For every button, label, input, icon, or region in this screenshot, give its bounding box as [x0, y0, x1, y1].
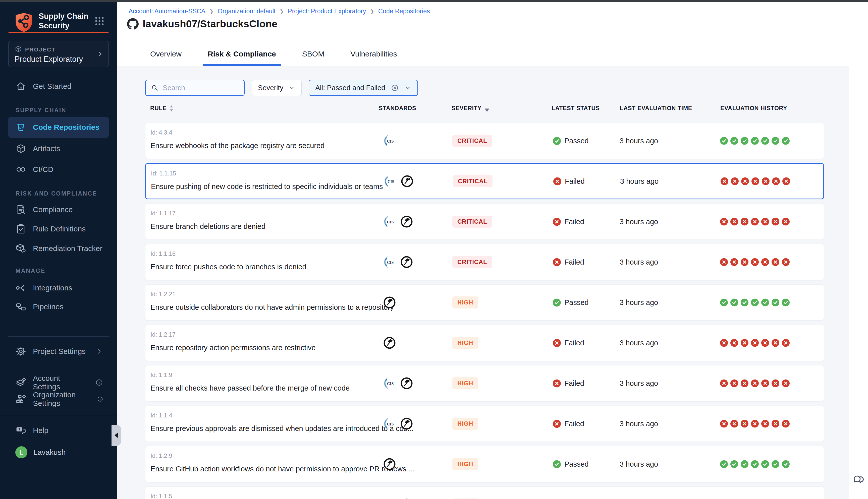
passed-status-icon: [553, 137, 561, 145]
severity-filter[interactable]: Severity: [252, 80, 302, 96]
severity-badge: HIGH: [452, 418, 478, 430]
standards-cell: [383, 336, 396, 349]
cis-standard-icon: CIS: [383, 498, 396, 499]
severity-badge: CRITICAL: [452, 135, 492, 147]
search-input[interactable]: [163, 84, 233, 92]
info-icon[interactable]: [97, 395, 103, 403]
pipelines-icon: [15, 301, 26, 312]
collapse-arrow-icon: [114, 433, 118, 438]
right-gutter: [849, 66, 868, 499]
severity-filter-label: Severity: [258, 84, 283, 92]
tab-sbom[interactable]: SBOM: [297, 50, 329, 66]
app-grid-icon[interactable]: [94, 15, 105, 27]
status-label: Failed: [564, 258, 584, 266]
fail-x-icon: [782, 339, 789, 347]
breadcrumb-link[interactable]: Organization: default: [217, 8, 276, 15]
latest-status-cell: Failed: [553, 420, 584, 428]
sidebar-item-organization-settings[interactable]: Organization Settings: [8, 391, 109, 407]
table-row[interactable]: Id: 1.1.17Ensure branch deletions are de…: [145, 204, 824, 240]
sidebar-item-label: CI/CD: [33, 165, 53, 174]
infinity-icon: [15, 164, 26, 175]
column-header-severity[interactable]: SEVERITY: [451, 105, 490, 112]
sidebar-item-integrations[interactable]: Integrations: [8, 280, 109, 296]
table-row[interactable]: Id: 1.1.16Ensure force pushes code to br…: [145, 244, 824, 280]
sidebar-item-compliance[interactable]: Compliance: [8, 201, 109, 218]
sidebar-item-account-settings[interactable]: Account Settings: [8, 374, 109, 391]
chevron-down-icon: [288, 84, 296, 92]
sidebar-item-project-settings[interactable]: Project Settings: [8, 343, 109, 360]
sort-both-icon: [170, 105, 173, 112]
sidebar-collapse-handle[interactable]: [111, 425, 121, 446]
sidebar-item-label: Rule Definitions: [33, 224, 86, 233]
evaluation-history-cell: [720, 379, 789, 387]
evaluation-history-cell: [720, 137, 789, 145]
table-body: Id: 4.3.4Ensure webhooks of the package …: [145, 123, 824, 499]
table-row[interactable]: Id: 1.1.15Ensure pushing of new code is …: [145, 163, 824, 199]
info-icon[interactable]: [95, 378, 103, 387]
severity-badge: CRITICAL: [453, 175, 493, 187]
breadcrumb-link[interactable]: Account: Automation-SSCA: [129, 8, 205, 15]
sidebar-item-pipelines[interactable]: Pipelines: [8, 299, 109, 315]
chat-help-icon[interactable]: [852, 473, 865, 486]
layers-icon: [15, 377, 26, 388]
sidebar-item-label: Remediation Tracker: [33, 244, 103, 253]
last-evaluation-time: 3 hours ago: [619, 218, 658, 226]
fail-x-icon: [782, 420, 789, 428]
breadcrumb-link[interactable]: Project: Product Exploratory: [288, 8, 366, 15]
pass-check-icon: [731, 137, 738, 145]
fail-x-icon: [731, 379, 738, 387]
window-top-strip: [0, 0, 868, 2]
sidebar-item-artifacts[interactable]: Artifacts: [8, 140, 109, 157]
fail-x-icon: [731, 258, 738, 266]
failed-status-icon: [553, 420, 561, 428]
column-header-rule[interactable]: RULE: [150, 105, 173, 112]
sidebar-item-ci-cd[interactable]: CI/CD: [8, 161, 109, 178]
sidebar-item-rule-definitions[interactable]: Rule Definitions: [8, 221, 109, 237]
latest-status-cell: Failed: [553, 339, 584, 347]
sort-desc-icon: [484, 107, 490, 110]
sidebar-user[interactable]: LLavakush: [8, 444, 109, 461]
gear-icon: [15, 346, 26, 357]
tab-vulnerabilities[interactable]: Vulnerabilities: [345, 50, 402, 66]
table-row[interactable]: Id: 1.2.21Ensure outside collaborators d…: [145, 284, 824, 320]
table-row[interactable]: Id: 1.1.9Ensure all checks have passed b…: [145, 365, 824, 401]
column-label: SEVERITY: [451, 105, 481, 112]
table-row[interactable]: Id: 1.2.9Ensure GitHub action workflows …: [145, 446, 824, 482]
clear-filter-icon[interactable]: [390, 83, 399, 93]
last-evaluation-time: 3 hours ago: [619, 137, 658, 145]
last-evaluation-time: 3 hours ago: [619, 258, 658, 266]
owasp-standard-icon: [383, 458, 396, 471]
tab-bar: OverviewRisk & ComplianceSBOMVulnerabili…: [145, 40, 402, 66]
status-filter[interactable]: All: Passed and Failed: [309, 80, 418, 96]
owasp-standard-icon: [400, 256, 413, 269]
sidebar-item-code-repositories[interactable]: </>Code Repositories: [8, 117, 109, 138]
sidebar-item-get-started[interactable]: Get Started: [8, 78, 109, 95]
breadcrumb-separator-icon: ❯: [279, 8, 284, 14]
standards-cell: CIS: [383, 498, 413, 499]
standards-cell: CIS: [383, 215, 413, 228]
sidebar-item-help[interactable]: ?Help: [8, 422, 109, 439]
last-evaluation-time: 3 hours ago: [620, 177, 659, 185]
severity-badge: HIGH: [452, 296, 478, 308]
latest-status-cell: Failed: [553, 379, 584, 388]
project-selector[interactable]: PROJECT Product Exploratory: [8, 41, 109, 67]
app-logo-row: Supply Chain Security: [0, 10, 117, 38]
failed-status-icon: [553, 218, 561, 226]
svg-text:CIS: CIS: [387, 220, 394, 224]
standards-cell: CIS: [383, 134, 396, 147]
fail-x-icon: [761, 258, 769, 266]
evaluation-history-cell: [720, 460, 789, 468]
column-label: STANDARDS: [379, 105, 416, 112]
tab-overview[interactable]: Overview: [145, 50, 186, 66]
table-row[interactable]: Id: 1.1.5CISHIGHFailed3 hours ago: [145, 486, 824, 499]
sidebar-item-remediation-tracker[interactable]: Remediation Tracker: [8, 240, 109, 257]
severity-badge: HIGH: [452, 377, 478, 389]
table-row[interactable]: Id: 4.3.4Ensure webhooks of the package …: [145, 123, 824, 159]
rule-id: Id: 1.2.21: [150, 291, 176, 298]
tab-risk-compliance[interactable]: Risk & Compliance: [203, 50, 281, 66]
pass-check-icon: [782, 137, 789, 145]
table-row[interactable]: Id: 1.1.4Ensure previous approvals are d…: [145, 406, 824, 442]
breadcrumb-link[interactable]: Code Repositories: [378, 8, 430, 15]
page-title-row: lavakush07/StarbucksClone: [127, 18, 277, 29]
table-row[interactable]: Id: 1.2.17Ensure repository action permi…: [145, 325, 824, 361]
